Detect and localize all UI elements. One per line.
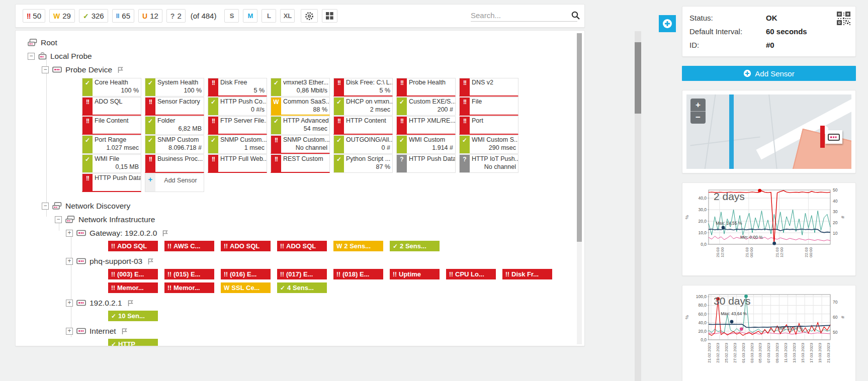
tree-node[interactable]: +Internet bbox=[66, 324, 584, 338]
flag-icon[interactable] bbox=[162, 230, 168, 237]
sensor-tile[interactable]: ✓vmxnet3 Ether...0,86 Mbit/s bbox=[271, 78, 330, 97]
sensor-tile[interactable]: ✓System Health100 % bbox=[145, 78, 204, 97]
map-zoom-out-button[interactable]: − bbox=[690, 111, 706, 124]
sensor-tile[interactable]: !!File Content bbox=[82, 116, 141, 135]
sensor-chip[interactable]: !!ADO SQL bbox=[221, 241, 271, 251]
sensor-tile[interactable]: !!HTTP Content bbox=[333, 116, 393, 135]
tile-size-button-s[interactable]: S bbox=[224, 9, 239, 23]
sensor-chip[interactable]: !!Memor... bbox=[108, 282, 158, 293]
expand-toggle-icon[interactable]: + bbox=[66, 230, 73, 237]
geo-map[interactable]: + − bbox=[686, 94, 851, 169]
qr-code-icon[interactable] bbox=[837, 12, 850, 27]
tree-node[interactable]: −Network Discovery bbox=[42, 199, 584, 213]
sensor-tile[interactable]: !!DNS v2 bbox=[459, 78, 518, 97]
tree-node[interactable]: +192.0.2.1 bbox=[66, 296, 584, 310]
sensor-tile[interactable]: ✓Folder6,82 MB bbox=[145, 116, 204, 135]
sensor-tile[interactable]: ✓SNMP Custom8.096.718 # bbox=[145, 135, 204, 154]
search-icon[interactable] bbox=[571, 11, 580, 20]
sensor-chip[interactable]: WSSL Ce... bbox=[221, 282, 271, 293]
add-sensor-button[interactable]: Add Sensor bbox=[682, 66, 856, 81]
sensor-tile[interactable]: !!HTTP XML/RE... bbox=[396, 116, 456, 135]
tree-node[interactable]: −Probe Device bbox=[42, 63, 584, 76]
sensor-tile[interactable]: !!HTTP Full Web... bbox=[208, 154, 267, 173]
tile-size-button-m[interactable]: M bbox=[243, 9, 257, 23]
sensor-tile[interactable]: ✓WMI Custom1.914 # bbox=[396, 135, 456, 154]
sensor-chip[interactable]: !!AWS C... bbox=[164, 241, 214, 251]
sensor-chip[interactable]: !!ADO SQL bbox=[277, 241, 327, 251]
flag-icon[interactable] bbox=[121, 328, 128, 335]
sensor-tile[interactable]: ✓WMI File0,15 MB bbox=[82, 154, 141, 173]
sensor-tile[interactable]: ✓Port Range1.027 msec bbox=[82, 135, 141, 154]
sensor-tile[interactable]: !!Disk Free: C:\ L...5 % bbox=[333, 78, 393, 97]
sensor-chip[interactable]: !!(015) E... bbox=[164, 269, 214, 279]
sensor-tile[interactable]: ✓DHCP on vmxn...2 msec bbox=[333, 97, 393, 116]
flag-icon[interactable] bbox=[117, 66, 124, 73]
sensor-tile[interactable]: !!Sensor Factory bbox=[145, 97, 204, 116]
graph-30days[interactable]: 0,020,040,060,080,0100,0506070%#Max: 43,… bbox=[683, 288, 853, 381]
sensor-tile[interactable]: ✓Core Health100 % bbox=[82, 78, 141, 97]
tile-view-button[interactable] bbox=[322, 9, 337, 23]
status-count-up[interactable]: ✓326 bbox=[79, 9, 108, 23]
flag-icon[interactable] bbox=[147, 258, 154, 265]
sensor-tile[interactable]: ✓Custom EXE/S...200 # bbox=[396, 97, 456, 116]
add-object-button[interactable] bbox=[659, 15, 676, 32]
sensor-tile[interactable]: !!ADO SQL bbox=[82, 97, 141, 116]
sensor-tile[interactable]: !!HTTP Push Data bbox=[82, 173, 141, 192]
sensor-tile[interactable]: ✓SNMP Custom...1 msec bbox=[208, 135, 267, 154]
tree-node[interactable]: −Network Infrastructure bbox=[55, 213, 584, 226]
sensor-chip[interactable]: ✓10 Sen... bbox=[108, 311, 158, 321]
sensor-chip[interactable]: ✓4 Sens... bbox=[277, 282, 327, 293]
sensor-tile[interactable]: ?HTTP IoT Push...No channel bbox=[459, 154, 518, 173]
sensor-tile[interactable]: ✓Python Script ...87 % bbox=[333, 154, 393, 173]
collapse-toggle-icon[interactable]: − bbox=[55, 216, 62, 223]
collapse-toggle-icon[interactable]: − bbox=[42, 203, 49, 210]
tree-node[interactable]: +Gateway: 192.0.2.0 bbox=[66, 226, 584, 240]
graph-2days[interactable]: 0,010,020,030,040,01020304050%#Max: 14,5… bbox=[683, 185, 853, 271]
sensor-tile[interactable]: !!Port bbox=[459, 116, 518, 135]
status-count-down[interactable]: !!50 bbox=[23, 9, 45, 23]
sensor-tile[interactable]: ✓OUTGOING/All...0 # bbox=[333, 135, 393, 154]
collapse-toggle-icon[interactable]: − bbox=[28, 53, 35, 60]
sensor-tile[interactable]: !!Disk Free5 % bbox=[208, 78, 267, 97]
collapse-toggle-icon[interactable]: − bbox=[42, 66, 49, 73]
search-input[interactable] bbox=[471, 11, 571, 20]
sensor-chip[interactable]: !!CPU Lo... bbox=[446, 269, 496, 279]
sensor-chip[interactable]: !!(016) E... bbox=[221, 269, 271, 279]
sensor-tile[interactable]: ✓HTTP Push Co...0 #/s bbox=[208, 97, 267, 116]
tree-node[interactable]: +phq-support-03 bbox=[66, 254, 584, 268]
tile-size-button-l[interactable]: L bbox=[262, 9, 276, 23]
sensor-chip[interactable]: W2 Sens... bbox=[333, 241, 383, 251]
add-sensor-tile[interactable]: +Add Sensor bbox=[145, 173, 204, 192]
expand-toggle-icon[interactable]: + bbox=[66, 328, 73, 335]
sensor-chip[interactable]: !!(017) E... bbox=[277, 269, 327, 279]
expand-toggle-icon[interactable]: + bbox=[66, 258, 73, 265]
tile-size-button-xl[interactable]: XL bbox=[280, 9, 295, 23]
tree-node[interactable]: −Local Probe bbox=[28, 49, 584, 63]
map-zoom-in-button[interactable]: + bbox=[690, 99, 706, 111]
sensor-tile[interactable]: !!Business Proc... bbox=[145, 154, 204, 173]
sensor-tile[interactable]: !!SNMP Custom...No channel bbox=[271, 135, 330, 154]
status-count-unknown[interactable]: ?2 bbox=[166, 9, 186, 23]
flag-icon[interactable] bbox=[127, 300, 134, 307]
status-count-paused[interactable]: II65 bbox=[112, 9, 134, 23]
sensor-chip[interactable]: ✓2 Sens... bbox=[390, 241, 440, 251]
tree-node[interactable]: Root bbox=[28, 36, 584, 49]
sensor-chip[interactable]: !!(018) E... bbox=[333, 269, 383, 279]
sensor-tile[interactable]: ✓HTTP Advanced54 msec bbox=[271, 116, 330, 135]
expand-toggle-icon[interactable]: + bbox=[66, 300, 73, 307]
sensor-tile[interactable]: !!File bbox=[459, 97, 518, 116]
sensor-tile[interactable]: ✓WMI Custom S...290 msec bbox=[459, 135, 518, 154]
sensor-chip[interactable]: ✓HTTP bbox=[108, 339, 158, 346]
page-scrollbar-thumb[interactable] bbox=[635, 42, 641, 114]
sensor-chip[interactable]: !!Uptime bbox=[390, 269, 440, 279]
sensor-chip[interactable]: !!Memor... bbox=[164, 282, 214, 293]
sensor-tile[interactable]: WCommon SaaS...88 % bbox=[271, 97, 330, 116]
sensor-chip[interactable]: !!(003) E... bbox=[108, 269, 158, 279]
sensor-chip[interactable]: !!ADO SQL bbox=[108, 241, 158, 251]
page-scrollbar[interactable] bbox=[635, 31, 641, 381]
status-count-warning[interactable]: W29 bbox=[49, 9, 75, 23]
sensor-chip[interactable]: !!Disk Fr... bbox=[502, 269, 552, 279]
status-count-unusual[interactable]: U12 bbox=[138, 9, 162, 23]
sensor-tile[interactable]: !!FTP Server File... bbox=[208, 116, 267, 135]
sensor-tile[interactable]: ?HTTP Push Data bbox=[396, 154, 456, 173]
